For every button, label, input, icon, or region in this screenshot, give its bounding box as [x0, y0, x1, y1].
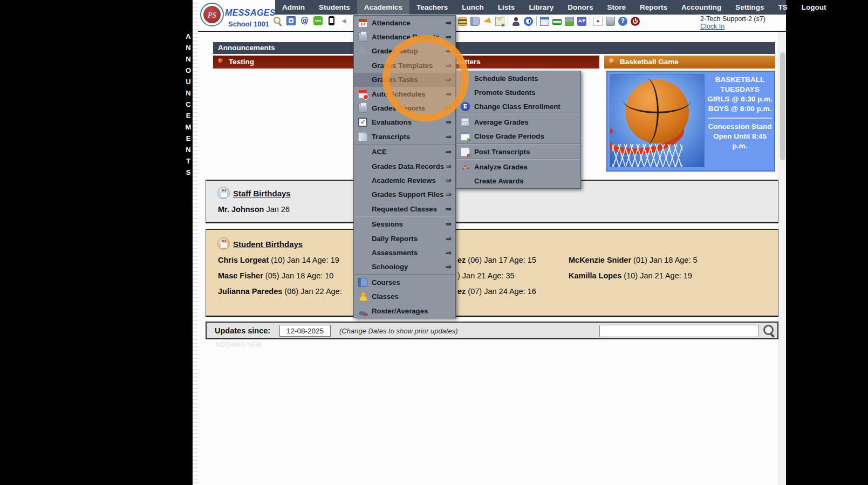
scrollbar-thumb[interactable] [780, 52, 785, 160]
payment-card-icon[interactable] [552, 19, 562, 25]
submenu-item-promote-students[interactable]: Promote Students [456, 85, 580, 99]
submenu-arrow: ⇒ [446, 133, 452, 141]
announcements-vertical-label: ANNOUNCEMENTS [184, 31, 192, 178]
speaker-icon[interactable] [340, 16, 350, 25]
cash-register-icon[interactable] [565, 17, 574, 26]
scrollbar[interactable] [778, 32, 786, 485]
submenu-arrow: ⇒ [446, 220, 452, 228]
toolbar-separator [536, 16, 537, 26]
submenu-item-analyze-grades[interactable]: Analyze Grades [456, 160, 580, 174]
submenu-arrow: ⇒ [446, 249, 452, 257]
menu-item-assessments[interactable]: Assessments⇒ [354, 245, 455, 259]
student-detail: (01) Jan 18 Age: 5 [631, 256, 698, 264]
tab-teachers[interactable]: Teachers [409, 0, 455, 15]
announcement-horn-icon[interactable] [483, 17, 492, 26]
submenu-arrow: ⇒ [446, 263, 452, 271]
student-detail: (10) Jan 14 Age: 19 [269, 256, 339, 264]
student-name: Julianna Paredes [218, 287, 282, 296]
basketball-line: BOYS @ 8:00 p.m. [706, 104, 774, 114]
pdf-icon[interactable] [593, 17, 603, 26]
menu-item-requested-classes[interactable]: Requested Classes⇒ [354, 202, 455, 216]
lunch-icon[interactable] [458, 17, 467, 26]
search-icon[interactable] [273, 16, 282, 25]
mobile-icon[interactable] [329, 16, 334, 25]
staff-person-icon[interactable] [511, 17, 521, 26]
student-birthdays-title[interactable]: Student Birthdays [233, 240, 303, 249]
binder-icon[interactable] [470, 17, 480, 26]
tab-store[interactable]: Store [600, 0, 633, 15]
submenu-item-change-class-enrollment[interactable]: Change Class Enrollment [456, 100, 580, 114]
menu-item-sessions[interactable]: Sessions⇒ [354, 217, 455, 231]
alerts-stop-icon[interactable] [631, 17, 640, 26]
calendar-grid-icon[interactable] [286, 16, 296, 25]
submenu-item-schedule-students[interactable]: Schedule Students [456, 71, 580, 85]
tab-reports[interactable]: Reports [633, 0, 674, 15]
student-detail: (10) Jan 21 Age: 19 [621, 271, 692, 280]
tab-ts[interactable]: TS [771, 0, 794, 15]
toolbar-divider [198, 31, 786, 32]
menu-item-grades-data-records[interactable]: Grades Data Records⇒ [354, 159, 455, 173]
icon-spacer [358, 61, 367, 70]
toolbar-right [458, 16, 640, 26]
alarm-clock-icon[interactable] [524, 17, 533, 26]
e-badge-icon [461, 102, 470, 111]
student-detail: (05) Jan 18 Age: 10 [263, 271, 334, 280]
app-logo: PS [200, 3, 224, 26]
faint-watermark-text: NOTHING NEW [215, 341, 262, 349]
help-icon[interactable] [618, 17, 627, 26]
pushpin-icon [609, 58, 616, 66]
submenu-arrow: ⇒ [446, 19, 452, 27]
menu-item-attendance[interactable]: Attendance⇒ [354, 16, 455, 30]
scroll-icon [358, 132, 367, 141]
submenu-arrow: ⇒ [446, 176, 452, 185]
student-name: ez [457, 256, 466, 264]
submenu-item-average-grades[interactable]: Average Grades [456, 115, 580, 129]
tab-donors[interactable]: Donors [561, 0, 600, 15]
gradebook-table-icon[interactable] [540, 17, 549, 26]
tab-library[interactable]: Library [522, 0, 561, 15]
menu-item-ace[interactable]: ACE⇒ [354, 145, 455, 159]
tab-lists[interactable]: Lists [491, 0, 522, 15]
menu-item-academic-reviews[interactable]: Academic Reviews⇒ [354, 173, 455, 187]
student-birthday-entry: Mase Fisher (05) Jan 18 Age: 10 [218, 271, 333, 280]
basketball-title: Basketball Game [620, 56, 679, 69]
student-birthday-entry: Julianna Paredes (06) Jan 22 Age: [218, 287, 342, 296]
student-name: Mase Fisher [218, 271, 263, 280]
tab-lunch[interactable]: Lunch [455, 0, 491, 15]
search-magnifier-icon[interactable] [762, 324, 776, 338]
email-icon[interactable] [300, 16, 309, 25]
clock-in-link[interactable]: Clock In [700, 23, 725, 30]
calendar-clock-icon [358, 90, 367, 99]
updates-search-input[interactable] [599, 325, 759, 337]
menu-item-courses[interactable]: Courses [354, 275, 455, 289]
menu-item-transcripts[interactable]: Transcripts⇒ [354, 129, 455, 144]
menu-item-classes[interactable]: Classes [354, 289, 455, 303]
menu-item-daily-reports[interactable]: Daily Reports⇒ [354, 231, 455, 245]
chat-icon[interactable] [313, 16, 323, 25]
menu-item-schoology[interactable]: Schoology⇒ [354, 260, 455, 274]
tab-students[interactable]: Students [312, 0, 357, 15]
staff-birthdays-title[interactable]: Staff Birthdays [233, 189, 291, 198]
student-name: Chris Lorgeat [218, 256, 269, 264]
tab-academics[interactable]: Academics [357, 0, 409, 15]
tab-admin[interactable]: Admin [275, 0, 312, 15]
announcement-basketball-bar[interactable]: Basketball Game [604, 56, 775, 69]
submenu-item-create-awards[interactable]: Create Awards [456, 174, 580, 188]
updates-date-input[interactable] [279, 325, 331, 337]
printer-icon [358, 32, 367, 42]
tab-accounting[interactable]: Accounting [674, 0, 728, 15]
tab-logout[interactable]: Logout [795, 0, 833, 15]
submenu-item-post-transcripts[interactable]: Post Transcripts [456, 145, 580, 159]
announcements-header: Announcements [213, 42, 775, 54]
tab-settings[interactable]: Settings [728, 0, 771, 15]
accounts-payable-icon[interactable] [577, 17, 586, 26]
staff-name: Mr. Johnson [218, 205, 264, 214]
menu-item-grades-support-files[interactable]: Grades Support Files⇒ [354, 188, 455, 202]
student-birthday-entry: ) Jan 21 Age: 35 [457, 271, 515, 280]
submenu-arrow: ⇒ [446, 205, 452, 213]
submenu-item-close-grade-periods[interactable]: Close Grade Periods [456, 129, 580, 144]
menu-item-roster-averages[interactable]: Roster/Averages [354, 304, 455, 318]
send-mail-icon[interactable] [495, 17, 504, 26]
icon-spacer [358, 248, 367, 257]
copier-icon[interactable] [606, 17, 615, 26]
